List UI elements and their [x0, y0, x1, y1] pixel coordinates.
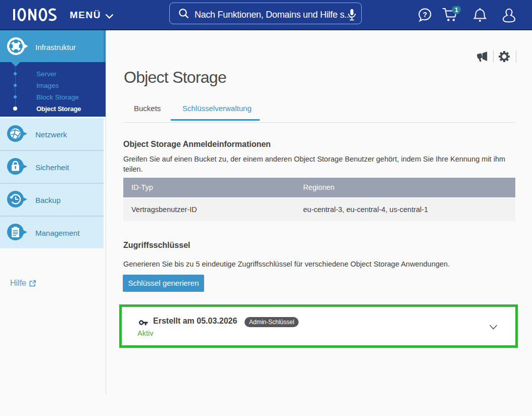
svg-text:1: 1	[455, 7, 458, 14]
svg-text:?: ?	[423, 11, 427, 19]
